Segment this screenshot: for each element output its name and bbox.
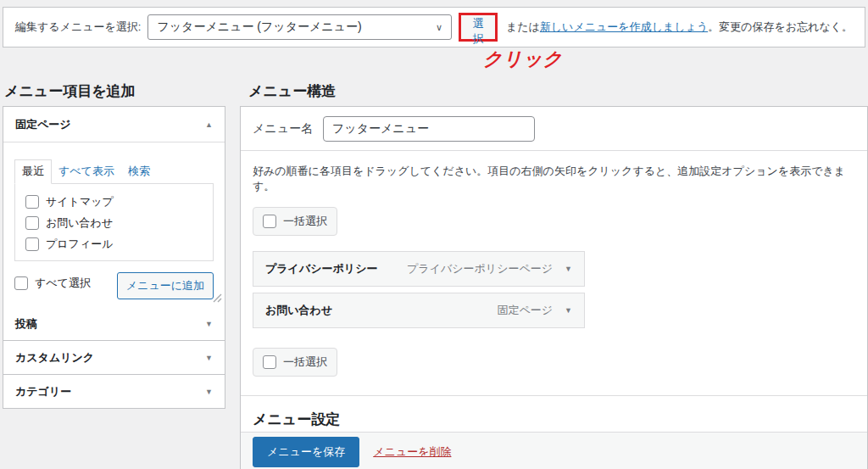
chevron-up-icon: ▲: [205, 120, 213, 129]
menu-structure-heading: メニュー構造: [248, 81, 336, 101]
list-item[interactable]: お問い合わせ: [25, 215, 203, 231]
select-all-row[interactable]: すべて選択: [14, 276, 91, 291]
list-item[interactable]: サイトマップ: [25, 194, 203, 209]
pages-accordion-title: 固定ページ: [15, 117, 71, 132]
menu-name-input[interactable]: [323, 116, 535, 142]
select-button[interactable]: 選択: [461, 15, 495, 39]
accordion-posts[interactable]: 投稿 ▼: [3, 307, 225, 341]
add-menu-items-heading: メニュー項目を追加: [4, 81, 136, 101]
chevron-down-icon: ▼: [205, 320, 213, 328]
click-annotation-box: 選択: [459, 13, 498, 42]
save-menu-button[interactable]: メニューを保存: [253, 437, 359, 467]
bulk-select-label: 一括選択: [283, 214, 327, 229]
after-prefix: または: [506, 20, 540, 33]
page-label: お問い合わせ: [46, 215, 113, 231]
list-item[interactable]: プロフィール: [25, 237, 203, 252]
accordion-label: カテゴリー: [15, 384, 71, 399]
bulk-select-label: 一括選択: [283, 355, 327, 370]
resize-grip-icon[interactable]: [213, 293, 222, 305]
page-label: サイトマップ: [46, 194, 114, 209]
menu-structure-body: 好みの順番に各項目をドラッグしてください。項目の右側の矢印をクリックすると、追加…: [241, 151, 867, 469]
add-menu-items-panel: 固定ページ ▲ 最近 すべて表示 検索 サイトマップ お問い合わせ: [3, 106, 225, 409]
delete-menu-link[interactable]: メニューを削除: [373, 444, 451, 460]
accordion-label: カスタムリンク: [15, 350, 94, 366]
pages-accordion: 固定ページ ▲ 最近 すべて表示 検索 サイトマップ お問い合わせ: [3, 106, 225, 307]
menu-item-meta: 固定ページ ▼: [497, 303, 572, 318]
menu-item-type: 固定ページ: [497, 303, 553, 318]
recent-pages-list: サイトマップ お問い合わせ プロフィール: [14, 183, 214, 261]
bulk-select-checkbox[interactable]: [263, 355, 276, 369]
page-checkbox-profile[interactable]: [25, 237, 39, 251]
topbar-after-text: または新しいメニューを作成しましょう。変更の保存をお忘れなく。: [506, 20, 853, 35]
select-menu-label: 編集するメニューを選択:: [15, 20, 141, 35]
add-to-menu-button[interactable]: メニューに追加: [117, 272, 214, 299]
menu-item-contact[interactable]: お問い合わせ 固定ページ ▼: [253, 293, 585, 328]
menu-item-privacy-policy[interactable]: プライバシーポリシー プライバシーポリシーページ ▼: [253, 251, 585, 287]
page-checkbox-contact[interactable]: [25, 216, 39, 230]
bulk-select-checkbox[interactable]: [263, 215, 276, 228]
chevron-down-icon: ▼: [205, 388, 213, 396]
pages-accordion-body: 最近 すべて表示 検索 サイトマップ お問い合わせ プロフィール: [3, 142, 225, 307]
pages-tabs: 最近 すべて表示 検索: [14, 159, 214, 183]
menu-actions-footer: メニューを保存 メニューを削除: [241, 432, 867, 469]
chevron-down-icon: ∨: [436, 22, 442, 33]
chevron-down-icon[interactable]: ▼: [565, 306, 572, 315]
menu-structure-panel: メニュー名 好みの順番に各項目をドラッグしてください。項目の右側の矢印をクリック…: [240, 106, 868, 469]
after-suffix: 。変更の保存をお忘れなく。: [708, 20, 853, 33]
chevron-down-icon: ▼: [205, 354, 213, 362]
menu-settings-heading: メニュー設定: [253, 410, 855, 429]
pages-footer: すべて選択 メニューに追加: [14, 272, 214, 299]
menu-select-value: フッターメニュー (フッターメニュー): [157, 20, 361, 35]
page-label: プロフィール: [46, 237, 114, 252]
menu-name-row: メニュー名: [241, 107, 867, 151]
page-checkbox-sitemap[interactable]: [25, 195, 39, 209]
bulk-select-bottom[interactable]: 一括選択: [253, 348, 337, 377]
menu-select-bar: 編集するメニューを選択: フッターメニュー (フッターメニュー) ∨ 選択 また…: [3, 7, 865, 47]
chevron-down-icon[interactable]: ▼: [565, 265, 572, 273]
menu-item-title: お問い合わせ: [265, 303, 332, 318]
pages-accordion-header[interactable]: 固定ページ ▲: [3, 107, 225, 142]
accordion-custom-links[interactable]: カスタムリンク ▼: [3, 341, 225, 375]
select-all-label: すべて選択: [35, 276, 91, 291]
menu-items-list: プライバシーポリシー プライバシーポリシーページ ▼ お問い合わせ 固定ページ …: [253, 251, 855, 328]
menu-item-type: プライバシーポリシーページ: [407, 261, 553, 276]
settings-divider: [241, 395, 867, 396]
tab-search[interactable]: 検索: [121, 160, 157, 183]
tab-recent[interactable]: 最近: [14, 159, 52, 184]
bulk-select-top[interactable]: 一括選択: [253, 207, 337, 236]
menu-item-meta: プライバシーポリシーページ ▼: [407, 261, 572, 276]
menu-item-title: プライバシーポリシー: [265, 261, 377, 276]
accordion-label: 投稿: [15, 316, 37, 332]
click-annotation-text: クリック: [483, 47, 563, 72]
create-new-menu-link[interactable]: 新しいメニューを作成しましょう: [540, 20, 708, 33]
drag-instructions: 好みの順番に各項目をドラッグしてください。項目の右側の矢印をクリックすると、追加…: [253, 164, 855, 194]
nav-menus-page: 編集するメニューを選択: フッターメニュー (フッターメニュー) ∨ 選択 また…: [0, 0, 868, 469]
tab-view-all[interactable]: すべて表示: [52, 160, 121, 183]
accordion-categories[interactable]: カテゴリー ▼: [3, 375, 225, 409]
menu-name-label: メニュー名: [253, 121, 313, 137]
menu-select-dropdown[interactable]: フッターメニュー (フッターメニュー) ∨: [147, 14, 452, 40]
select-all-checkbox[interactable]: [14, 276, 28, 290]
